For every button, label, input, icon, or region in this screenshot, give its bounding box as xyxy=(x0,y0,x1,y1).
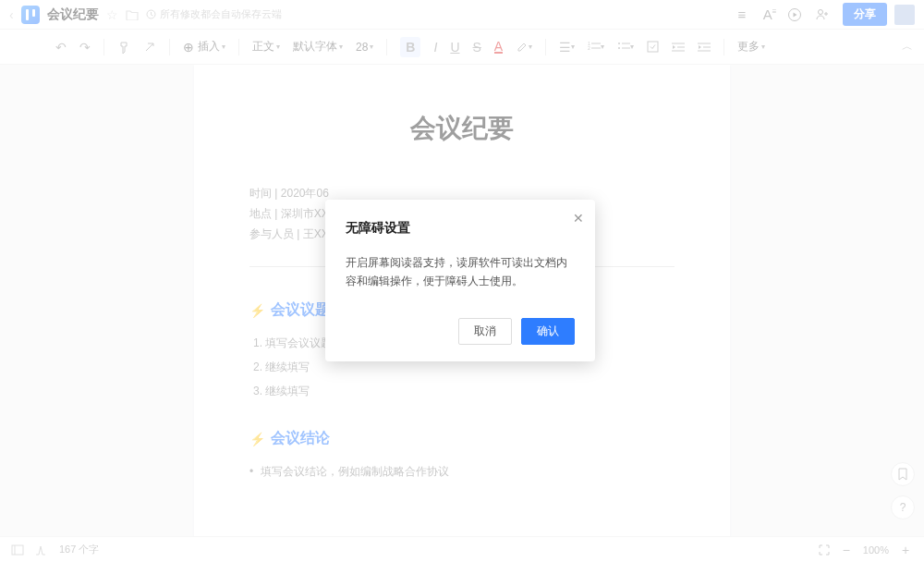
document-title[interactable]: 会议纪要 xyxy=(47,6,99,23)
autosave-status: 所有修改都会自动保存云端 xyxy=(146,7,282,21)
collapse-toolbar-icon[interactable]: ︿ xyxy=(902,39,913,55)
word-count[interactable]: 167 个字 xyxy=(59,543,99,556)
zoom-in-button[interactable]: + xyxy=(898,543,913,557)
format-toolbar: ↶ ↷ ⊕插入 ▾ 正文 ▾ 默认字体 ▾ 28 ▾ B I U S A ▾ ☰… xyxy=(0,30,924,65)
more-dropdown[interactable]: 更多 ▾ xyxy=(737,39,765,55)
font-dropdown[interactable]: 默认字体 ▾ xyxy=(293,39,343,55)
bold-button[interactable]: B xyxy=(400,37,420,57)
folder-icon[interactable] xyxy=(126,9,139,20)
svg-rect-11 xyxy=(648,42,658,52)
insert-dropdown[interactable]: ⊕插入 ▾ xyxy=(183,39,225,55)
svg-text:2: 2 xyxy=(588,45,590,51)
text-style-icon[interactable]: A≡ xyxy=(760,6,780,22)
dialog-title: 无障碍设置 xyxy=(346,220,575,237)
indent-button[interactable] xyxy=(698,42,711,53)
bolt-icon: ⚡ xyxy=(249,432,265,446)
zoom-level[interactable]: 100% xyxy=(863,544,889,556)
font-color-button[interactable]: A xyxy=(494,41,503,54)
section-heading-conclusion: ⚡会议结论 xyxy=(249,429,675,448)
format-painter-icon[interactable] xyxy=(117,41,130,54)
menu-icon[interactable]: ≡ xyxy=(732,6,752,22)
svg-rect-18 xyxy=(12,545,23,555)
svg-point-7 xyxy=(618,43,620,44)
star-icon[interactable]: ☆ xyxy=(106,7,118,22)
close-icon[interactable]: ✕ xyxy=(573,211,584,226)
user-avatar[interactable] xyxy=(894,5,915,25)
svg-point-2 xyxy=(819,9,823,14)
dialog-body: 开启屏幕阅读器支持，读屏软件可读出文档内容和编辑操作，便于障碍人士使用。 xyxy=(346,253,575,290)
zoom-out-button[interactable]: − xyxy=(839,543,854,557)
reading-view-icon[interactable] xyxy=(35,544,48,556)
undo-icon[interactable]: ↶ xyxy=(55,40,67,55)
underline-button[interactable]: U xyxy=(450,40,459,55)
status-bar: 167 个字 − 100% + xyxy=(0,536,924,562)
bolt-icon: ⚡ xyxy=(249,303,265,318)
bullet-list-button[interactable]: ▾ xyxy=(617,42,634,53)
list-item: 填写会议结论，例如编制战略合作协议 xyxy=(249,459,675,483)
floating-actions: ? xyxy=(891,462,915,519)
accessibility-dialog: ✕ 无障碍设置 开启屏幕阅读器支持，读屏软件可读出文档内容和编辑操作，便于障碍人… xyxy=(325,200,595,361)
highlight-button[interactable]: ▾ xyxy=(516,41,532,54)
task-list-button[interactable] xyxy=(647,41,659,53)
add-user-icon[interactable] xyxy=(815,7,835,22)
fullscreen-icon[interactable] xyxy=(819,544,830,556)
title-bar: ‹ 会议纪要 ☆ 所有修改都会自动保存云端 ≡ A≡ 分享 xyxy=(0,0,924,30)
play-icon[interactable] xyxy=(787,7,808,22)
confirm-button[interactable]: 确认 xyxy=(521,318,575,345)
back-icon[interactable]: ‹ xyxy=(9,7,14,22)
ordered-list-button[interactable]: 12▾ xyxy=(588,42,604,53)
paragraph-style-dropdown[interactable]: 正文 ▾ xyxy=(252,39,280,55)
cancel-button[interactable]: 取消 xyxy=(458,318,512,345)
outdent-button[interactable] xyxy=(672,42,685,53)
redo-icon[interactable]: ↷ xyxy=(79,40,91,55)
page-heading: 会议纪要 xyxy=(249,111,675,146)
clear-format-icon[interactable] xyxy=(143,41,156,54)
conclusion-list: 填写会议结论，例如编制战略合作协议 xyxy=(249,459,675,483)
font-size-dropdown[interactable]: 28 ▾ xyxy=(356,41,373,54)
align-button[interactable]: ☰▾ xyxy=(559,40,575,55)
svg-point-9 xyxy=(618,47,620,49)
help-button[interactable]: ? xyxy=(891,495,915,519)
app-logo-icon[interactable] xyxy=(21,6,40,24)
list-item: 3. 继续填写 xyxy=(249,379,675,403)
page-layout-icon[interactable] xyxy=(11,544,24,556)
italic-button[interactable]: I xyxy=(433,40,437,55)
strikethrough-button[interactable]: S xyxy=(473,40,481,55)
bookmark-button[interactable] xyxy=(891,462,915,486)
share-button[interactable]: 分享 xyxy=(843,3,887,26)
